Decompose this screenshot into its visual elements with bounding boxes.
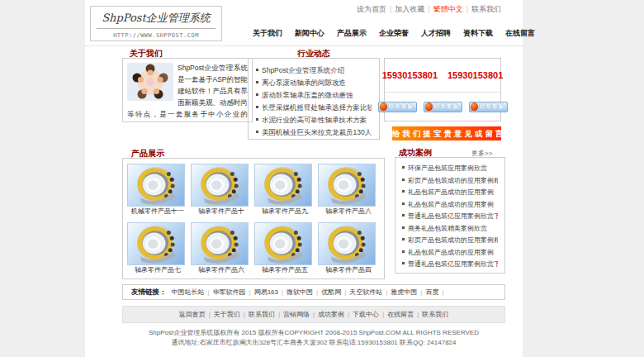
- footer-link-contact-2[interactable]: 联系我们: [422, 310, 448, 319]
- topbar-link-add-favorite[interactable]: 加入收藏: [395, 5, 424, 13]
- friend-link[interactable]: 天空软件站: [349, 288, 382, 297]
- products-box: 机械零件产品十一 轴承零件产品十 轴承零件产品九 轴承零件产品八: [122, 158, 385, 279]
- topbar-link-traditional-chinese[interactable]: 繁體中文: [433, 5, 463, 13]
- nav-item-products[interactable]: 产品展示: [337, 28, 367, 39]
- friend-links-label: 友情链接：: [131, 288, 167, 298]
- friend-link[interactable]: 百度: [425, 288, 438, 297]
- footer-link-marketing[interactable]: 营销网络: [283, 310, 310, 319]
- nav-item-jobs[interactable]: 人才招聘: [421, 28, 451, 39]
- footer-link-cases[interactable]: 成功案例: [318, 310, 344, 319]
- nav-item-news[interactable]: 新闻中心: [295, 28, 324, 39]
- product-card[interactable]: 轴承零件产品八: [318, 164, 379, 220]
- logo[interactable]: ShpPost企业管理系统 HTTP://WWW.SHPPOST.COM: [90, 6, 222, 41]
- topbar-link-contact[interactable]: 联系我们: [471, 5, 501, 13]
- product-label: 轴承零件产品十: [191, 207, 252, 217]
- divider: |: [282, 288, 283, 296]
- product-label: 轴承零件产品四: [318, 265, 379, 275]
- news-item[interactable]: 滚动鼓泵轴承压盖的微动磨蚀: [256, 89, 372, 102]
- contact-box: 15930153801 15930153801 联系客服 联系客服 联系客服: [384, 58, 501, 121]
- news-item[interactable]: 离心泵滚动轴承的间隙改造: [256, 77, 372, 89]
- about-photo[interactable]: [127, 63, 173, 101]
- nav-item-guestbook[interactable]: 在线留言: [505, 28, 535, 39]
- friend-link[interactable]: 中国站长站: [172, 288, 205, 297]
- news-item[interactable]: 长壁采煤机摇臂处轴承选择方案比较: [256, 102, 372, 114]
- divider: |: [244, 311, 245, 318]
- bearing-image[interactable]: [191, 164, 249, 207]
- case-item[interactable]: 礼品包装产品成功的应用案例: [402, 247, 498, 259]
- product-card[interactable]: 轴承零件产品五: [254, 222, 315, 278]
- qq-penguin-icon: [380, 102, 387, 111]
- qq-penguin-icon: [425, 102, 433, 111]
- qq-button-label: 联系客服: [480, 102, 504, 111]
- footer-link-contact[interactable]: 联系我们: [249, 310, 275, 319]
- friend-links-bar: 友情链接： 中国站长站| 华军软件园| 网易163| 微软中国| 优酷网| 天空…: [122, 284, 505, 300]
- nav-item-about[interactable]: 关于我们: [253, 28, 282, 39]
- news-box: ShpPost企业管理系统介绍 离心泵滚动轴承的间隙改造 滚动鼓泵轴承压盖的微动…: [248, 58, 380, 140]
- nav-item-downloads[interactable]: 资料下载: [463, 28, 493, 39]
- copyright-line-2: 通讯地址:石家庄市红旗南大街328号汇丰商务大厦302 联系电话:1593015…: [122, 338, 505, 348]
- case-item[interactable]: 礼品包装产品成功的应用案例: [402, 187, 498, 199]
- footer-link-home[interactable]: 返回首页: [179, 310, 206, 319]
- bearing-image[interactable]: [127, 222, 185, 265]
- product-card[interactable]: 轴承零件产品十: [191, 164, 252, 220]
- divider: |: [209, 311, 211, 318]
- topbar-link-set-home[interactable]: 设为首页: [357, 5, 386, 13]
- bearing-image[interactable]: [254, 164, 312, 207]
- case-item[interactable]: 彩页产品包装成功的应用案例精品欣赏: [402, 175, 498, 188]
- divider: |: [348, 311, 349, 318]
- qq-contact-button[interactable]: 联系客服: [378, 102, 417, 112]
- qq-buttons-row: 联系客服 联系客服 联系客服: [385, 93, 500, 121]
- footer-link-downloads[interactable]: 下载中心: [353, 310, 379, 319]
- friend-link[interactable]: 雅虎中国: [391, 288, 417, 297]
- news-item[interactable]: 美国机械业巨头米拉克龙裁员130人: [256, 126, 372, 139]
- product-card[interactable]: 轴承零件产品四: [318, 222, 379, 278]
- footer-nav: 返回首页| 关于我们| 联系我们| 营销网络| 成功案例| 下载中心| 在线留言…: [122, 306, 505, 323]
- divider: |: [420, 288, 422, 296]
- case-item[interactable]: 普通礼品包装亿应用案例欣赏下载: [402, 211, 498, 223]
- copyright-line-1: ShpPost企业管理系统版权所有 2015 版权所有COPYRIGHT 200…: [122, 328, 505, 338]
- feedback-banner[interactable]: 给我们提宝贵意见或留言: [392, 126, 501, 140]
- case-item[interactable]: 礼品包装产品成功的应用案例: [402, 199, 498, 212]
- nav-item-honor[interactable]: 企业荣誉: [379, 28, 409, 39]
- bearing-image[interactable]: [318, 222, 376, 265]
- bearing-image[interactable]: [191, 222, 249, 265]
- product-card[interactable]: 轴承零件产品六: [191, 222, 252, 278]
- case-item[interactable]: 彩页产品包装成功的应用案例精品中心: [402, 235, 498, 247]
- divider: |: [313, 311, 315, 318]
- copyright: ShpPost企业管理系统版权所有 2015 版权所有COPYRIGHT 200…: [122, 328, 505, 348]
- friend-link[interactable]: 微软中国: [286, 288, 313, 297]
- friend-link[interactable]: 华军软件园: [213, 288, 246, 297]
- main-nav: 关于我们 新闻中心 产品展示 企业荣誉 人才招聘 资料下载 在线留言: [253, 28, 535, 39]
- case-item[interactable]: 商务礼品包装精美案例欣赏: [402, 223, 498, 236]
- product-label: 轴承零件产品八: [318, 207, 379, 217]
- product-card[interactable]: 轴承零件产品九: [254, 164, 315, 220]
- product-label: 轴承零件产品七: [127, 265, 188, 275]
- bearing-image[interactable]: [127, 164, 185, 207]
- bearing-image[interactable]: [318, 164, 376, 207]
- friend-link[interactable]: 优酷网: [321, 288, 341, 297]
- qq-button-label: 联系客服: [434, 102, 459, 111]
- product-card[interactable]: 机械零件产品十一: [127, 164, 188, 220]
- product-card[interactable]: 轴承零件产品七: [127, 222, 188, 278]
- divider: |: [316, 288, 318, 296]
- footer-link-about[interactable]: 关于我们: [214, 310, 240, 319]
- friend-link[interactable]: 网易163: [254, 288, 278, 297]
- topbar: 设为首页|加入收藏|繁體中文|联系我们: [357, 4, 501, 15]
- footer-link-guestbook[interactable]: 在线留言: [387, 310, 414, 319]
- bearing-image[interactable]: [254, 222, 312, 265]
- phone-number: 15930153801: [382, 70, 438, 80]
- page-container: 设为首页|加入收藏|繁體中文|联系我们 ShpPost企业管理系统 HTTP:/…: [85, 0, 523, 357]
- divider: |: [249, 288, 251, 296]
- product-label: 轴承零件产品六: [191, 265, 252, 275]
- case-item[interactable]: 普通礼品包装亿应用案例欣赏下载: [402, 259, 498, 271]
- qq-contact-button[interactable]: 联系客服: [469, 102, 508, 112]
- logo-title: ShpPost企业管理系统: [97, 7, 215, 29]
- qq-contact-button[interactable]: 联系客服: [424, 102, 462, 112]
- product-label: 轴承零件产品五: [254, 265, 315, 275]
- news-item[interactable]: 水泥行业的高可靠性轴承技术方案: [256, 114, 372, 126]
- divider: |: [390, 5, 391, 13]
- case-item[interactable]: 环保产品包装应用案例欣赏: [402, 163, 498, 175]
- news-item[interactable]: ShpPost企业管理系统介绍: [256, 64, 372, 77]
- qq-button-label: 联系客服: [389, 102, 414, 111]
- cases-box: 环保产品包装应用案例欣赏 彩页产品包装成功的应用案例精品欣赏 礼品包装产品成功的…: [395, 157, 505, 274]
